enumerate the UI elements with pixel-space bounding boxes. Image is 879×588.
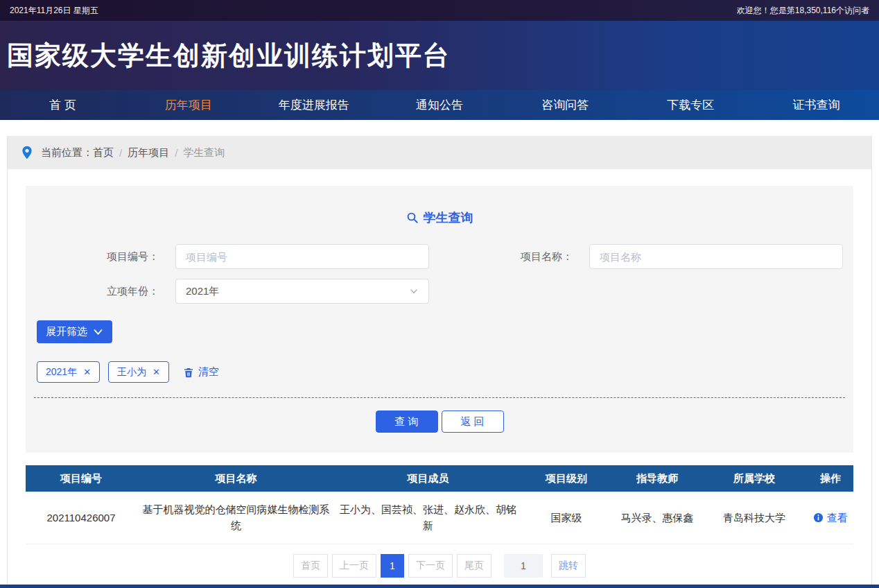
year-label: 立项年份： xyxy=(26,285,175,298)
project-code-field-group: 项目编号： xyxy=(26,244,440,269)
nav-item-annual-report[interactable]: 年度进展报告 xyxy=(251,90,376,120)
filter-tag-label: 2021年 xyxy=(46,366,77,379)
cell-level: 国家级 xyxy=(521,492,612,544)
year-field-group: 立项年份： 2021年 xyxy=(26,279,440,304)
filter-tag-student[interactable]: 王小为 ✕ xyxy=(108,361,169,383)
filter-tag-label: 王小为 xyxy=(117,366,146,379)
table-row: 202110426007 基于机器视觉的仓储空间病媒生物检测系统 王小为、国芸祯… xyxy=(26,492,853,544)
chevron-down-icon xyxy=(93,327,103,337)
cell-actions: 查看 xyxy=(806,492,855,544)
chevron-down-icon xyxy=(409,286,419,296)
search-icon xyxy=(406,211,419,224)
year-select-value: 2021年 xyxy=(186,285,219,298)
project-name-label: 项目名称： xyxy=(440,250,589,263)
expand-filters-button[interactable]: 展开筛选 xyxy=(37,320,112,343)
nav-item-certificate-query[interactable]: 证书查询 xyxy=(754,90,879,120)
nav-item-qa[interactable]: 咨询问答 xyxy=(503,90,628,120)
panel-title: 学生查询 xyxy=(26,209,853,226)
pagination-next[interactable]: 下一页 xyxy=(408,554,453,578)
breadcrumb-past-projects[interactable]: 历年项目 xyxy=(128,146,169,159)
clear-filters-label: 清空 xyxy=(198,365,219,379)
nav-item-notices[interactable]: 通知公告 xyxy=(376,90,502,120)
pagination-jump-button[interactable]: 跳转 xyxy=(551,554,586,578)
topbar: 2021年11月26日 星期五 欢迎您！您是第18,350,116个访问者 xyxy=(0,0,879,21)
breadcrumb-student-query: 学生查询 xyxy=(183,146,225,159)
breadcrumb-home[interactable]: 首页 xyxy=(93,146,114,159)
nav-item-home[interactable]: 首 页 xyxy=(0,90,125,120)
col-header-actions: 操作 xyxy=(806,465,855,492)
dashed-divider xyxy=(34,397,845,398)
filter-tags-row: 2021年 ✕ 王小为 ✕ 清空 xyxy=(37,361,853,383)
cell-school: 青岛科技大学 xyxy=(702,492,806,544)
expand-filters-label: 展开筛选 xyxy=(46,325,87,338)
project-code-label: 项目编号： xyxy=(26,250,175,263)
cell-project-name: 基于机器视觉的仓储空间病媒生物检测系统 xyxy=(137,492,336,544)
cell-members: 王小为、国芸祯、张进、赵永欣、胡铭新 xyxy=(336,492,521,544)
cell-project-code: 202110426007 xyxy=(26,492,137,544)
project-code-input[interactable] xyxy=(175,244,429,269)
visitor-counter: 欢迎您！您是第18,350,116个访问者 xyxy=(737,5,869,17)
site-title: 国家级大学生创新创业训练计划平台 xyxy=(0,38,451,74)
col-header-project-name: 项目名称 xyxy=(137,465,336,492)
current-date: 2021年11月26日 星期五 xyxy=(10,5,98,17)
info-icon xyxy=(813,512,824,523)
close-icon[interactable]: ✕ xyxy=(153,368,160,377)
pagination-first[interactable]: 首页 xyxy=(293,554,328,578)
clear-filters-button[interactable]: 清空 xyxy=(183,365,219,379)
query-button[interactable]: 查 询 xyxy=(376,410,438,433)
results-table: 项目编号 项目名称 项目成员 项目级别 指导教师 所属学校 操作 2021104… xyxy=(26,465,853,544)
project-name-input[interactable] xyxy=(589,244,843,269)
breadcrumb-prefix: 当前位置： xyxy=(41,146,93,159)
main-nav: 首 页 历年项目 年度进展报告 通知公告 咨询问答 下载专区 证书查询 xyxy=(0,90,879,120)
pagination: 首页 上一页 1 下一页 尾页 跳转 xyxy=(8,554,871,578)
action-buttons-row: 查 询 返 回 xyxy=(26,410,853,433)
table-header-row: 项目编号 项目名称 项目成员 项目级别 指导教师 所属学校 操作 xyxy=(26,465,853,492)
cell-teachers: 马兴录、惠保鑫 xyxy=(612,492,702,544)
footer-bar xyxy=(0,585,879,588)
col-header-members: 项目成员 xyxy=(336,465,521,492)
nav-item-past-projects[interactable]: 历年项目 xyxy=(125,90,251,120)
panel-title-text: 学生查询 xyxy=(424,209,473,226)
student-query-panel: 学生查询 项目编号： 项目名称： 立项年份： 2021年 xyxy=(26,186,853,453)
breadcrumb-separator: / xyxy=(119,147,122,159)
site-banner: 国家级大学生创新创业训练计划平台 xyxy=(0,21,879,90)
col-header-teachers: 指导教师 xyxy=(612,465,702,492)
pagination-prev[interactable]: 上一页 xyxy=(332,554,376,578)
form-row-2: 立项年份： 2021年 xyxy=(26,279,853,304)
location-pin-icon xyxy=(21,146,33,159)
pagination-page-1[interactable]: 1 xyxy=(381,554,404,578)
col-header-level: 项目级别 xyxy=(521,465,612,492)
close-icon[interactable]: ✕ xyxy=(83,368,91,377)
project-name-field-group: 项目名称： xyxy=(440,244,853,269)
col-header-school: 所属学校 xyxy=(702,465,806,492)
pagination-last[interactable]: 尾页 xyxy=(457,554,491,578)
pagination-jump-input[interactable] xyxy=(504,554,543,578)
view-details-link[interactable]: 查看 xyxy=(813,510,848,526)
back-button[interactable]: 返 回 xyxy=(442,410,504,433)
nav-item-downloads[interactable]: 下载专区 xyxy=(628,90,754,120)
year-select[interactable]: 2021年 xyxy=(175,279,429,304)
breadcrumb: 当前位置： 首页 / 历年项目 / 学生查询 xyxy=(8,136,871,169)
page-body: 当前位置： 首页 / 历年项目 / 学生查询 学生查询 项目编号： 项目名称： xyxy=(7,136,872,588)
view-details-label: 查看 xyxy=(827,510,848,526)
filter-tag-year[interactable]: 2021年 ✕ xyxy=(37,361,100,383)
form-row-1: 项目编号： 项目名称： xyxy=(26,244,853,269)
trash-icon xyxy=(183,367,194,378)
breadcrumb-separator: / xyxy=(175,147,177,159)
col-header-project-code: 项目编号 xyxy=(26,465,137,492)
